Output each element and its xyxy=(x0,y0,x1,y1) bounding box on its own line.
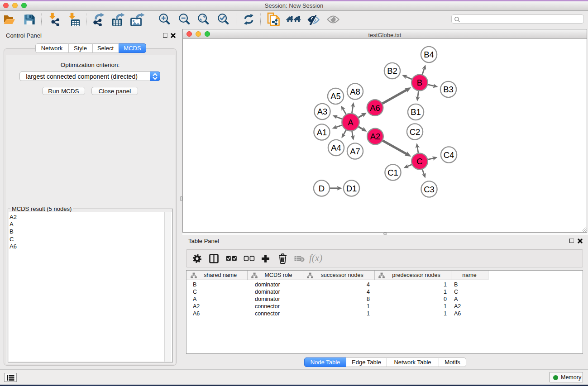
svg-text:B2: B2 xyxy=(387,66,397,76)
svg-text:A7: A7 xyxy=(350,147,360,156)
svg-text:A5: A5 xyxy=(330,91,341,101)
svg-text:B: B xyxy=(417,78,422,87)
svg-text:B4: B4 xyxy=(424,50,434,59)
svg-text:A6: A6 xyxy=(370,103,380,113)
svg-text:C2: C2 xyxy=(410,127,421,137)
svg-text:A3: A3 xyxy=(317,107,328,116)
svg-text:A2: A2 xyxy=(370,132,381,141)
svg-text:A4: A4 xyxy=(331,143,341,152)
svg-text:A8: A8 xyxy=(350,87,360,96)
svg-text:A1: A1 xyxy=(317,128,327,137)
svg-text:A: A xyxy=(348,118,354,127)
svg-text:D1: D1 xyxy=(346,184,357,193)
svg-text:C3: C3 xyxy=(424,185,435,194)
svg-text:D: D xyxy=(319,184,325,193)
svg-text:B3: B3 xyxy=(443,85,454,94)
svg-text:B1: B1 xyxy=(411,107,421,117)
svg-text:C: C xyxy=(416,157,422,166)
svg-text:C1: C1 xyxy=(387,168,398,177)
svg-text:C4: C4 xyxy=(444,150,454,160)
